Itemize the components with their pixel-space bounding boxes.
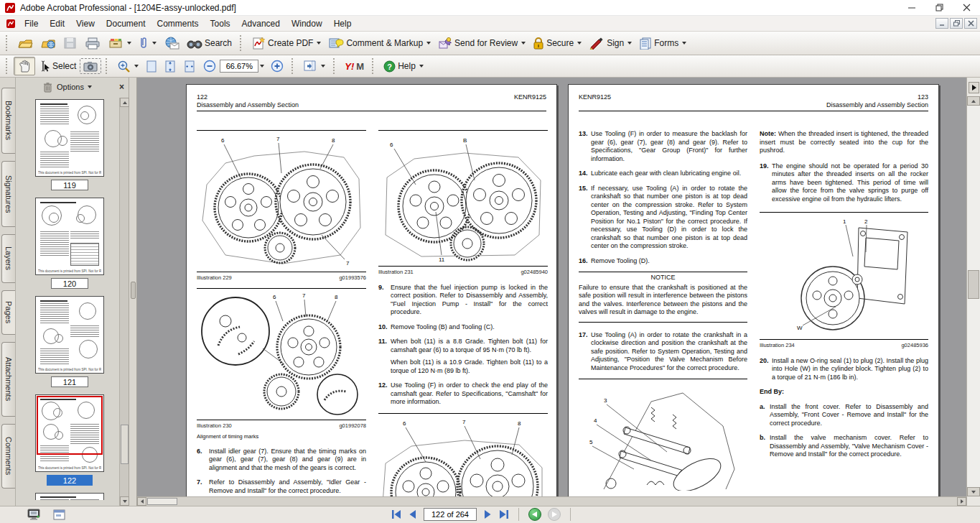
- actual-size-button[interactable]: [142, 57, 161, 75]
- menu-advanced[interactable]: Advanced: [236, 17, 286, 31]
- open-web-button[interactable]: [37, 34, 60, 52]
- page-layout-button[interactable]: [299, 57, 329, 75]
- toolbar-grip[interactable]: [6, 35, 11, 51]
- document-area[interactable]: 122 Disassembly and Assembly Section KEN…: [137, 78, 966, 506]
- hand-tool-button[interactable]: [14, 57, 35, 75]
- tab-attachments[interactable]: Attachments: [1, 342, 15, 417]
- last-page-icon[interactable]: [498, 509, 509, 519]
- scroll-right-icon[interactable]: [957, 497, 966, 506]
- zoom-tool-button[interactable]: [113, 57, 142, 75]
- menu-tools[interactable]: Tools: [205, 17, 236, 31]
- toolbar-overflow-icon[interactable]: [969, 82, 979, 93]
- horizontal-scrollbar[interactable]: [137, 496, 966, 506]
- thumbnail-123-partial[interactable]: [35, 493, 104, 500]
- menu-comments[interactable]: Comments: [151, 17, 205, 31]
- email-button[interactable]: [160, 34, 183, 52]
- menu-document[interactable]: Document: [101, 17, 151, 31]
- next-page-icon[interactable]: [483, 509, 492, 519]
- search-button[interactable]: Search: [183, 35, 235, 51]
- fit-page-button[interactable]: [161, 57, 179, 75]
- doc-restore-icon[interactable]: [950, 18, 963, 29]
- doc-close-icon[interactable]: [964, 18, 977, 29]
- page-layout-status-icon[interactable]: [53, 509, 66, 521]
- scroll-up-icon[interactable]: [967, 96, 980, 106]
- attach-button[interactable]: [135, 34, 160, 52]
- panel-splitter[interactable]: [129, 78, 137, 506]
- sign-button[interactable]: Sign: [585, 34, 635, 52]
- thumbnail-120[interactable]: This document is printed from SPI. Not f…: [35, 198, 104, 289]
- horizontal-scroll-thumb[interactable]: [147, 498, 177, 505]
- doc-minimize-icon[interactable]: [935, 18, 948, 29]
- options-menu[interactable]: Options: [57, 83, 92, 91]
- page-number-input[interactable]: [424, 508, 477, 521]
- tab-comments[interactable]: Comments: [1, 424, 15, 489]
- figure-subcaption: Alignment of timing marks: [197, 432, 366, 441]
- menu-view[interactable]: View: [70, 17, 101, 31]
- close-icon[interactable]: [953, 0, 980, 15]
- sidebar-scrollbar[interactable]: [119, 98, 129, 506]
- organizer-button[interactable]: [104, 34, 135, 52]
- next-view-icon[interactable]: [548, 508, 561, 521]
- toolbar-grip[interactable]: [240, 35, 245, 51]
- send-for-review-button[interactable]: Send for Review: [434, 34, 529, 52]
- camshaft-gear-illustration: 6 B 11: [378, 134, 548, 262]
- thumbnail-119[interactable]: This document is printed from SPI. Not f…: [35, 99, 104, 190]
- create-pdf-button[interactable]: Create PDF: [248, 34, 325, 52]
- thumbnail-122-selected[interactable]: This document is printed from SPI. Not f…: [35, 394, 104, 486]
- open-button[interactable]: [14, 34, 37, 52]
- zoom-dropdown-arrow-icon[interactable]: [260, 65, 264, 68]
- tab-signatures[interactable]: Signatures: [1, 161, 15, 227]
- menu-help[interactable]: Help: [328, 17, 358, 31]
- note-label: Note:: [760, 130, 776, 137]
- sidebar-scroll-thumb[interactable]: [121, 425, 129, 464]
- open-folder-icon: [17, 37, 33, 50]
- page-view-indicator: [37, 396, 103, 455]
- tab-pages[interactable]: Pages: [1, 290, 15, 335]
- thumbnail-page-number-selected[interactable]: 122: [47, 475, 93, 486]
- thumbnail-page-number[interactable]: 121: [51, 376, 88, 387]
- toolbar-grip[interactable]: [106, 58, 111, 74]
- comment-markup-button[interactable]: Comment & Markup: [325, 34, 434, 52]
- scroll-down-icon[interactable]: [967, 487, 980, 496]
- yahoo-search-button[interactable]: Y!M: [341, 59, 368, 74]
- select-tool-button[interactable]: Select: [35, 57, 80, 75]
- scroll-up-icon[interactable]: [120, 98, 129, 107]
- scroll-left-icon[interactable]: [137, 497, 146, 506]
- menu-edit[interactable]: Edit: [44, 17, 70, 31]
- zoom-in-button[interactable]: [267, 57, 287, 75]
- vertical-scroll-thumb[interactable]: [968, 270, 979, 299]
- screen-mode-icon[interactable]: [27, 509, 42, 522]
- menu-file[interactable]: File: [19, 17, 44, 31]
- zoom-out-button[interactable]: [200, 57, 220, 75]
- toolbar-grip[interactable]: [6, 58, 11, 74]
- tab-bookmarks[interactable]: Bookmarks: [1, 88, 15, 154]
- help-label: Help: [398, 61, 416, 71]
- menu-window[interactable]: Window: [286, 17, 328, 31]
- splitter-handle-icon[interactable]: [131, 282, 136, 299]
- thumbnail-121[interactable]: This document is printed from SPI. Not f…: [35, 296, 104, 387]
- zoom-level-input[interactable]: [220, 60, 258, 73]
- first-page-icon[interactable]: [391, 509, 402, 519]
- toolbar-grip[interactable]: [372, 58, 377, 74]
- toolbar-grip[interactable]: [291, 58, 297, 74]
- print-button[interactable]: [81, 34, 104, 52]
- dropdown-arrow-icon: [627, 42, 632, 45]
- restore-icon[interactable]: [925, 0, 953, 15]
- thumbnail-page-number[interactable]: 119: [51, 180, 88, 190]
- vertical-scrollbar[interactable]: [967, 96, 980, 496]
- minimize-icon[interactable]: [898, 0, 925, 15]
- help-button[interactable]: ?Help: [380, 58, 427, 75]
- panel-close-icon[interactable]: ×: [119, 82, 124, 92]
- secure-button[interactable]: Secure: [529, 34, 585, 52]
- fit-width-button[interactable]: [179, 57, 200, 75]
- thumbnail-page-number[interactable]: 120: [51, 278, 88, 289]
- snapshot-tool-button[interactable]: [80, 58, 101, 74]
- previous-page-icon[interactable]: [409, 509, 417, 519]
- toolbar-grip[interactable]: [333, 58, 338, 74]
- previous-view-icon[interactable]: [528, 508, 541, 521]
- save-button[interactable]: [60, 34, 81, 52]
- trash-icon[interactable]: [43, 82, 52, 93]
- tab-layers[interactable]: Layers: [1, 234, 15, 283]
- scroll-down-icon[interactable]: [120, 496, 129, 506]
- forms-button[interactable]: Forms: [635, 34, 690, 52]
